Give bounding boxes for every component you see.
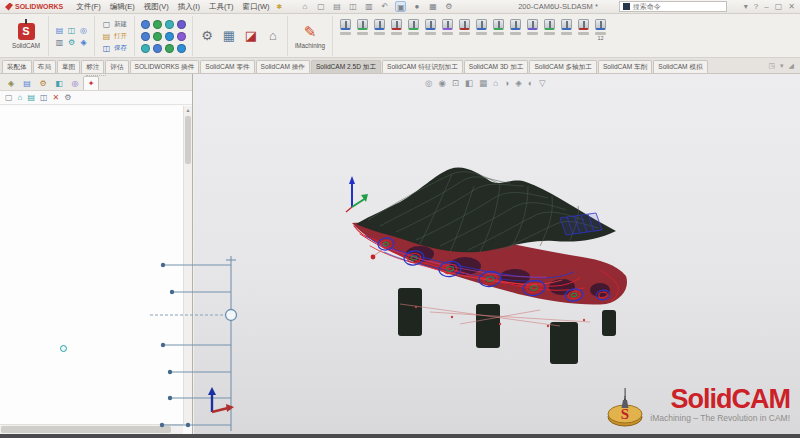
panel-horizontal-scrollbar[interactable]: [0, 424, 183, 434]
slot-milling-op-icon[interactable]: [423, 19, 438, 41]
open-cam-part-button[interactable]: ▤ 打开: [100, 31, 129, 42]
feature-tree-tab-icon[interactable]: ◈: [3, 76, 19, 90]
save-cam-part-button[interactable]: ◫ 保存: [100, 43, 129, 54]
commandmanager-tab[interactable]: SolidCAM 零件: [200, 60, 254, 73]
drilling-op-icon[interactable]: [389, 19, 404, 41]
menu-item[interactable]: 编辑(E): [110, 2, 135, 12]
chamfer-milling-op-icon[interactable]: [440, 19, 455, 41]
cam-sync-icon[interactable]: ◎: [78, 25, 89, 36]
simulation-op-icon[interactable]: 12: [593, 19, 608, 41]
commandmanager-tab[interactable]: 布局: [33, 60, 56, 73]
view-settings-icon[interactable]: ▽: [539, 77, 546, 89]
graphics-viewport[interactable]: ◎◉⊡◧▦⌂◑◈◐▽: [194, 74, 800, 434]
profile-milling-op-icon[interactable]: [355, 19, 370, 41]
print-icon[interactable]: ▥: [363, 1, 374, 12]
cam-op-dot-10[interactable]: [153, 44, 162, 53]
engraving-op-icon[interactable]: [457, 19, 472, 41]
help-icon[interactable]: ?: [754, 2, 758, 11]
display-style-icon[interactable]: ◑: [504, 77, 509, 89]
cam-op-dot-11[interactable]: [165, 44, 174, 53]
new-doc-icon[interactable]: ▢: [315, 1, 326, 12]
collapse-ribbon-icon[interactable]: ▾: [780, 62, 784, 70]
cam-op-dot-7[interactable]: [165, 32, 174, 41]
commandmanager-tab[interactable]: 装配体: [2, 60, 32, 73]
menu-item[interactable]: 插入(I): [178, 2, 200, 12]
search-input[interactable]: [633, 3, 723, 10]
appearance-icon[interactable]: ◐: [528, 77, 533, 89]
solidcam-manager-tab-icon[interactable]: ✦: [83, 76, 99, 90]
commandmanager-tab[interactable]: SolidCAM 2.5D 加工: [311, 60, 381, 73]
open-icon[interactable]: ▤: [331, 1, 342, 12]
minimize-icon[interactable]: –: [764, 2, 768, 11]
vertical-scroll-thumb[interactable]: [185, 116, 191, 164]
cam-op-dot-12[interactable]: [177, 44, 186, 53]
cam-settings-icon[interactable]: ⚙: [66, 37, 77, 48]
display-manager-tab-icon[interactable]: ◎: [67, 76, 83, 90]
3d-milling-op-icon[interactable]: [491, 19, 506, 41]
close-icon[interactable]: ✕: [788, 2, 795, 11]
commandmanager-tab[interactable]: SOLIDWORKS 插件: [130, 60, 200, 73]
coord-system-icon[interactable]: ⚙: [198, 26, 216, 46]
probe-op-icon[interactable]: [559, 19, 574, 41]
commandmanager-tab[interactable]: 评估: [105, 60, 128, 73]
cam-tree-save-icon[interactable]: ◫: [40, 93, 48, 102]
previous-view-icon[interactable]: ⊡: [452, 77, 459, 89]
menu-item[interactable]: 工具(T): [209, 2, 234, 12]
pocket-milling-op-icon[interactable]: [372, 19, 387, 41]
cam-op-dot-8[interactable]: [177, 32, 186, 41]
panel-drag-handle[interactable]: [86, 75, 106, 78]
thread-milling-op-icon[interactable]: [406, 19, 421, 41]
panel-display-icon[interactable]: ◳: [768, 62, 775, 70]
cam-operations-tree[interactable]: [0, 106, 183, 424]
scroll-up-icon[interactable]: ▲: [184, 106, 192, 114]
view-orientation-icon[interactable]: ⌂: [493, 77, 498, 89]
zoom-area-icon[interactable]: ◉: [438, 77, 445, 89]
cam-op-dot-9[interactable]: [141, 44, 150, 53]
section-view-icon[interactable]: ◧: [465, 77, 473, 89]
zoom-fit-icon[interactable]: ◎: [425, 77, 432, 89]
imachining-button[interactable]: ✎ iMachining: [293, 23, 327, 49]
cam-op-dot-3[interactable]: [165, 20, 174, 29]
resize-corner-icon[interactable]: ◢: [789, 62, 794, 70]
cam-tree-new-icon[interactable]: ▢: [5, 93, 13, 102]
commandmanager-tab[interactable]: SolidCAM 特征识别加工: [382, 60, 463, 73]
menu-item[interactable]: 窗口(W): [242, 2, 269, 12]
commandmanager-tab[interactable]: SolidCAM 多轴加工: [529, 60, 597, 73]
commandmanager-tab[interactable]: SolidCAM 模拟: [653, 60, 707, 73]
fixture-icon[interactable]: ⌂: [264, 26, 282, 46]
menu-item[interactable]: 文件(F): [76, 2, 101, 12]
new-cam-part-button[interactable]: ▢ 新建: [100, 19, 129, 30]
face-milling-op-icon[interactable]: [338, 19, 353, 41]
cam-tree-delete-icon[interactable]: ✕: [53, 93, 60, 102]
menu-item[interactable]: 视图(V): [144, 2, 169, 12]
command-search[interactable]: [619, 1, 727, 12]
cam-op-dot-4[interactable]: [177, 20, 186, 29]
hsm-milling-op-icon[interactable]: [508, 19, 523, 41]
machine-icon[interactable]: ◪: [242, 26, 260, 46]
tool-table-icon[interactable]: ▦: [220, 26, 238, 46]
property-manager-tab-icon[interactable]: ▤: [19, 76, 35, 90]
cam-link-icon[interactable]: ◈: [78, 37, 89, 48]
undo-icon[interactable]: ↶: [379, 1, 390, 12]
commandmanager-tab[interactable]: 标注: [81, 60, 104, 73]
cam-op-dot-1[interactable]: [141, 20, 150, 29]
search-scope-icon[interactable]: ▾: [744, 2, 748, 11]
configuration-tab-icon[interactable]: ⚙: [35, 76, 51, 90]
cam-tree-home-icon[interactable]: ⌂: [18, 93, 23, 102]
cam-op-dot-2[interactable]: [153, 20, 162, 29]
turning-op-icon[interactable]: [542, 19, 557, 41]
commandmanager-tab[interactable]: SolidCAM 3D 加工: [464, 60, 529, 73]
options-icon[interactable]: ⚙: [443, 1, 454, 12]
toolbox-op-icon[interactable]: [474, 19, 489, 41]
cam-op-dot-6[interactable]: [153, 32, 162, 41]
panel-vertical-scrollbar[interactable]: ▲: [183, 106, 192, 424]
home-icon[interactable]: ⌂: [299, 1, 310, 12]
menu-pin-icon[interactable]: ✱: [277, 3, 283, 11]
commandmanager-tab[interactable]: SolidCAM 车削: [598, 60, 652, 73]
dimxpert-tab-icon[interactable]: ◧: [51, 76, 67, 90]
cam-doc-icon[interactable]: ▥: [54, 37, 65, 48]
cam-tree-tools-icon[interactable]: ⚙: [64, 93, 71, 102]
restore-icon[interactable]: ▢: [775, 2, 783, 11]
cam-op-dot-5[interactable]: [141, 32, 150, 41]
cam-data-icon[interactable]: ▤: [54, 25, 65, 36]
